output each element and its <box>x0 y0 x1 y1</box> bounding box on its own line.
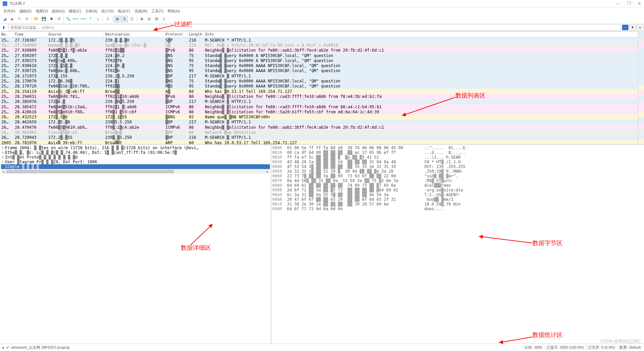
colorize-button[interactable]: ▤ <box>114 16 121 22</box>
zoom-out-button[interactable]: ⊖ <box>146 16 152 22</box>
packet-row[interactable]: 25…28.179079172.▒6.36▒224.▒1▒NS75Standa▒… <box>0 78 638 83</box>
packet-row[interactable]: 26…28.470476fe80▒5▒9810:ab9…ff0▒:1▒c4:ab… <box>0 125 638 130</box>
bytes-row[interactable]: 00d064 6f 77 73 0d 0a 0d 0adows.... <box>272 207 643 211</box>
filter-dropdown-button[interactable]: ▾ <box>629 24 636 31</box>
go-forward-button[interactable]: ⟹ <box>80 16 86 22</box>
bytes-row[interactable]: 008064 69 61 ▒▒ ▒▒ ▒▒ ▒▒ ▒▒ 74 69 73 ▒▒ … <box>272 183 643 188</box>
packet-row[interactable]: 25…27.930373fe8▒(a▒.60b…ff02▒fb▒NS95Stan… <box>0 58 638 63</box>
zoom-in-button[interactable]: ⊕ <box>138 16 145 22</box>
bytes-row[interactable]: 00c031 38 2e 30 2e ▒▒ ▒▒ ▒▒ ▒▒ 30 20 57 … <box>272 202 643 207</box>
expand-chevron-icon[interactable]: > <box>2 155 5 160</box>
bytes-row[interactable]: 006022 73 7▒ ▒▒ ▒▒ 3a ▒▒ 69 73 63 6f ▒▒ … <box>272 174 643 178</box>
auto-scroll-button[interactable]: ⤋ <box>104 16 111 22</box>
packet-row[interactable]: 25…28.179720fe80▒516:▒10:f89…ff02▒▒M▒S95… <box>0 84 638 89</box>
menu-item[interactable]: 跳转(G) <box>50 8 67 14</box>
packet-row[interactable]: 25…27.726367172.2▒.▒.▒5239.▒.▒.▒0S▒P216M… <box>0 38 638 43</box>
packet-row[interactable]: 25…28.385076172▒6.▒239.▒6▒5.250▒DP217M-S… <box>0 99 638 104</box>
status-warning-icon[interactable]: ● <box>2 346 4 350</box>
bytes-row[interactable]: 0020ff fa e7 5c ▒▒ ▒▒ ▒▒ ▒ ▒a ▒▒ ▒5 41 5… <box>272 155 643 160</box>
packet-minimap[interactable] <box>638 32 644 144</box>
packet-row[interactable]: 25…27.920809fe80▒5▒1:f▒:ab2eff02▒1▒▒▒Pv6… <box>0 48 638 53</box>
expert-info-icon[interactable]: ✔ <box>6 345 9 350</box>
menu-item[interactable]: 工具(T) <box>149 8 165 14</box>
packet-row[interactable]: 26…28.432523172▒.5▒6172▒.1▒55▒BNS92Name … <box>0 114 638 119</box>
bytes-row[interactable]: 000001 00 5e 7f ff fa 84 a9 38 74 d6 06 … <box>272 145 643 150</box>
packet-row[interactable]: 260528.781970Asix▒_39:eb:f7Broa▒▒tARP60W… <box>0 140 638 144</box>
bytes-row[interactable]: 003043 48 20 2a ▒▒ ▒▒ ▒▒ 54 ▒▒ ▒▒ ▒▒ 31 … <box>272 160 643 164</box>
bytes-row[interactable]: 00902d 6f 72 ▒▒ 3a ▒▒ ▒5 72 ▒▒ ▒▒ ▒▒ ▒▒ … <box>272 188 643 192</box>
details-scrollbar[interactable]: ◀ ▶ <box>1 169 270 174</box>
column-header-proto[interactable]: Protocol <box>164 32 188 37</box>
maximize-button[interactable]: ❐ <box>627 1 631 6</box>
bytes-row[interactable]: 00b020 47 6f 6f ▒▒ ▒▒ 65 20 ▒▒ ▒▒ 6f 6d … <box>272 197 643 202</box>
shark-fin-icon[interactable]: ◢ <box>1 16 8 22</box>
add-filter-button[interactable]: + <box>637 24 643 31</box>
column-header-src[interactable]: Source <box>47 32 104 37</box>
layout-button[interactable]: ☰ <box>121 16 128 22</box>
bookmark-icon[interactable]: ▮ <box>1 24 7 31</box>
packet-row[interactable]: 25…28.294031fe80▒9d8:f81…ff02▒1▒10:a8d6▒… <box>0 94 638 99</box>
zoom-reset-button[interactable]: ⦿ <box>153 16 160 22</box>
menu-item[interactable]: 分析(A) <box>83 8 100 14</box>
stop-capture-button[interactable]: ■ <box>9 16 15 22</box>
go-back-button[interactable]: ⟸ <box>72 16 79 22</box>
display-filter-input[interactable] <box>8 24 621 31</box>
packet-details-pane[interactable]: >Frame 2604: ▒ ▒tes on wire (1728 bits),… <box>0 144 271 344</box>
bytes-row[interactable]: 00404f 53 54 3▒ ▒▒ ▒▒ ▒▒ ▒▒ ▒▒ 35 35 2e … <box>272 164 643 169</box>
details-line[interactable]: >Int▒ ▒et Proto▒ ▒ ▒ ▒ ▒ ▒ ▒ ▒d <box>1 155 270 160</box>
column-header-time[interactable]: Time <box>13 32 47 37</box>
expand-chevron-icon[interactable]: > <box>2 164 5 169</box>
bytes-row[interactable]: 00700a 4d 58▒ ▒▒ 31 ▒▒ 0a 53 54 3a ▒▒ 75… <box>272 178 643 183</box>
save-file-button[interactable]: 💾 <box>41 16 47 22</box>
details-line[interactable]: >Ethe▒ ▒, ▒c: Lc▒ ▒ ▒(▒ ▒.74.d6:06), Dst… <box>1 150 270 155</box>
find-button[interactable]: 🔍 <box>65 16 72 22</box>
bytes-row[interactable]: 00502e 32 35 3▒ ▒▒ 31 39 ▒ 30 0d ▒▒ ▒▒ ▒… <box>272 169 643 174</box>
menu-item[interactable]: 捕获(C) <box>67 8 83 14</box>
menu-item[interactable]: 文件(F) <box>1 8 17 14</box>
packet-row[interactable]: 26…28.729043172.2▒.▒55239▒.▒5.250▒DP216M… <box>0 135 638 140</box>
packet-row[interactable]: 25…28.428616fe8▒5▒e010:f89…ff0▒1 ▒53:cbf… <box>0 109 638 114</box>
capture-options-button[interactable]: ⚙ <box>23 16 30 22</box>
resize-all-columns-button[interactable]: ⫴ <box>160 16 167 22</box>
close-file-button[interactable]: ✖ <box>48 16 55 22</box>
packet-row[interactable]: 25…27.930207172▒.▒.▒224.▒0.2▒NS75Standa▒… <box>0 53 638 58</box>
packet-list-pane: No.TimeSourceDestinationProtocolLengthIn… <box>0 32 644 144</box>
menu-item[interactable]: 电话(Y) <box>116 8 132 14</box>
packet-row[interactable]: 25…27.930725fe8▒da:▒.60b…ff02▒b▒NS95Stan… <box>0 68 638 73</box>
close-button[interactable]: ✕ <box>638 1 641 6</box>
expand-chevron-icon[interactable]: > <box>2 150 5 155</box>
expand-chevron-icon[interactable]: > <box>2 160 5 164</box>
packet-row[interactable]: 25…27.930610172▒.▒1▒.▒224.▒0.▒▒NS75Stand… <box>0 63 638 68</box>
apply-filter-button[interactable]: → <box>622 24 629 31</box>
packet-row[interactable]: 26…28.462659172.▒5.▒8239▒5.5.250▒DP217M-… <box>0 120 638 125</box>
packet-row[interactable]: 26…28.602901Cisco▒5▒0:e1Broa▒a▒▒DP60Netw… <box>0 130 638 135</box>
packet-bytes-pane[interactable]: 000001 00 5e 7f ff fa 84 a9 38 74 d6 06 … <box>271 144 644 344</box>
bytes-row[interactable]: 001000 ca df 64 00 ▒▒ ▒▒ ▒▒ ▒▒ ac 17 05 … <box>272 150 643 155</box>
details-line[interactable]: >Simple ▒ ▒ ▒ ▒ <box>1 164 270 169</box>
packet-row[interactable]: 25…27.764069Huawe▒_▒:▒:▒0Spa▒ing-▒e-(for… <box>0 43 638 48</box>
column-header-no[interactable]: No. <box>0 32 13 37</box>
packet-row[interactable]: 25…28.385472fe8▒4d▒51b:c3ad…ff02▒1 ▒:a8d… <box>0 104 638 109</box>
go-first-button[interactable]: ⤓ <box>94 16 101 22</box>
packet-row[interactable]: 25…28.254119Asix▒c_3▒:eb:f7Broa▒▒A▒60Who… <box>0 89 638 94</box>
menu-item[interactable]: 无线(W) <box>132 8 150 14</box>
menu-item[interactable]: 帮助(H) <box>165 8 182 14</box>
menu-item[interactable]: 视图(V) <box>34 8 50 14</box>
bytes-row[interactable]: 00a06c 3a 31 ▒▒ 0a 55 5▒ ▒▒ ▒▒ ▒▒ ▒▒ 4e … <box>272 192 643 197</box>
column-header-dst[interactable]: Destination <box>104 32 164 37</box>
reload-button[interactable]: ↺ <box>55 16 62 22</box>
go-to-packet-button[interactable]: ⤒ <box>87 16 94 22</box>
packet-rows[interactable]: 25…27.726367172.2▒.▒.▒5239.▒.▒.▒0S▒P216M… <box>0 38 638 144</box>
restart-capture-button[interactable]: ↻ <box>16 16 23 22</box>
details-line[interactable]: >Frame 2604: ▒ ▒tes on wire (1728 bits),… <box>1 145 270 150</box>
open-file-button[interactable]: 📂 <box>33 16 40 22</box>
menu-item[interactable]: 编辑(E) <box>17 8 34 14</box>
packet-row[interactable]: 25…28.171973172▒.155239.2▒.5.250▒DP217M-… <box>0 73 638 78</box>
menu-item[interactable]: 统计(S) <box>99 8 116 14</box>
column-header-info[interactable]: Info <box>204 32 539 37</box>
column-header-len[interactable]: Length <box>188 32 204 37</box>
minimize-button[interactable]: — <box>616 1 620 6</box>
details-line[interactable]: >User ▒tagram Pr▒ ▒ ▒28, Dst Port: 1900 <box>1 160 270 164</box>
resize-columns-button[interactable]: ☷ <box>129 16 135 22</box>
expand-chevron-icon[interactable]: > <box>2 145 5 150</box>
